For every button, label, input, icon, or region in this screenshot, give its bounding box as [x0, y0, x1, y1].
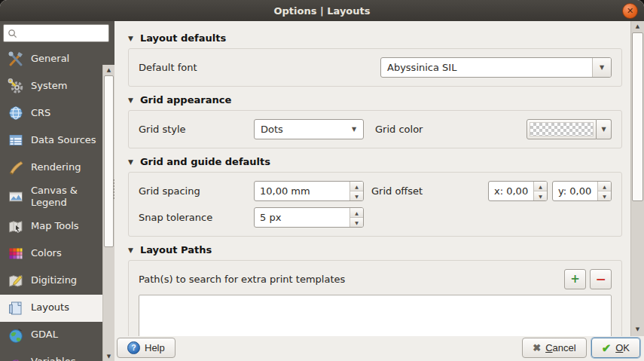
grid-color-label: Grid color	[375, 124, 423, 135]
sidebar-item-variables[interactable]: ε Variables	[0, 349, 103, 361]
sidebar-item-data-sources[interactable]: Data Sources	[0, 127, 103, 154]
grid-spacing-value: 10,00 mm	[255, 182, 349, 200]
help-icon: ?	[127, 341, 140, 354]
help-button[interactable]: ? Help	[117, 338, 175, 358]
snap-tolerance-value: 5 px	[255, 208, 349, 227]
sidebar-item-general[interactable]: General	[0, 45, 103, 72]
dialog-footer: ? Help ✖ Cancel ✔ OK	[114, 336, 644, 361]
picture-icon	[7, 188, 25, 206]
ok-button[interactable]: ✔ OK	[591, 338, 640, 358]
sidebar-item-map-tools[interactable]: Map Tools	[0, 213, 103, 240]
globe-grid-icon	[7, 104, 25, 122]
close-icon[interactable]: ✕	[622, 3, 638, 19]
sidebar-item-label: General	[31, 53, 69, 65]
spin-down-icon[interactable]: ▼	[598, 191, 611, 200]
main-scrollbar-thumb[interactable]	[632, 32, 643, 201]
main-panel: ▼ Layout defaults Default font Abyssinic…	[114, 21, 644, 336]
cancel-x-icon: ✖	[533, 342, 541, 353]
chevron-down-icon[interactable]: ▼	[597, 119, 612, 139]
map-cursor-icon	[7, 218, 25, 236]
grid-offset-y-spinbox[interactable]: y: 0,00 ▲ ▼	[552, 181, 612, 201]
epsilon-icon: ε	[7, 353, 25, 361]
spin-up-icon[interactable]: ▲	[534, 182, 547, 191]
grid-offset-x-spinbox[interactable]: x: 0,00 ▲ ▼	[488, 181, 548, 201]
sidebar-item-label: System	[31, 80, 67, 92]
sidebar-item-digitizing[interactable]: Digitizing	[0, 268, 103, 295]
sidebar-item-rendering[interactable]: Rendering	[0, 154, 103, 181]
search-box[interactable]	[3, 24, 109, 42]
sidebar-item-gdal[interactable]: GDAL	[0, 322, 103, 349]
section-layout-paths-header[interactable]: ▼ Layout Paths	[128, 244, 625, 255]
layout-defaults-group: Default font Abyssinica SIL ▼	[128, 48, 622, 87]
main-scrollbar[interactable]: ▲ ▼	[630, 21, 644, 336]
titlebar[interactable]: Options | Layouts ✕	[0, 0, 644, 22]
sidebar-item-label: Layouts	[31, 301, 69, 314]
sidebar-item-label: Variables	[31, 356, 75, 361]
scroll-up-icon[interactable]: ▲	[103, 65, 114, 75]
section-title: Grid appearance	[140, 94, 231, 106]
collapse-triangle-icon[interactable]: ▼	[128, 96, 133, 104]
grid-color-button[interactable]: ▼	[526, 119, 612, 139]
options-dialog: Options | Layouts ✕ General System	[0, 0, 644, 361]
color-swatches-icon	[7, 245, 25, 263]
paths-list[interactable]	[139, 295, 612, 336]
ok-button-label: OK	[615, 342, 630, 353]
scroll-down-icon[interactable]: ▼	[103, 351, 114, 361]
layout-paths-group: Path(s) to search for extra print templa…	[128, 260, 622, 336]
grid-spacing-spinbox[interactable]: 10,00 mm ▲ ▼	[254, 181, 364, 201]
table-icon	[7, 131, 25, 149]
remove-path-button[interactable]: −	[590, 269, 612, 289]
sidebar-item-label: Digitizing	[31, 274, 77, 286]
collapse-triangle-icon[interactable]: ▼	[128, 158, 133, 166]
spin-down-icon[interactable]: ▼	[350, 191, 363, 200]
spin-up-icon[interactable]: ▲	[350, 182, 363, 191]
scroll-down-icon[interactable]: ▼	[631, 324, 644, 335]
sidebar-item-colors[interactable]: Colors	[0, 240, 103, 268]
chevron-down-icon[interactable]: ▼	[345, 120, 363, 139]
grid-spacing-label: Grid spacing	[139, 185, 254, 197]
minus-icon: −	[595, 273, 606, 286]
collapse-triangle-icon[interactable]: ▼	[128, 35, 133, 42]
search-icon	[8, 29, 17, 38]
chevron-down-icon[interactable]: ▼	[592, 58, 611, 77]
sidebar-item-canvas-legend[interactable]: Canvas & Legend	[0, 181, 103, 213]
sidebar-item-label: Data Sources	[31, 134, 96, 146]
spin-down-icon[interactable]: ▼	[350, 218, 363, 227]
paintbrush-icon	[7, 158, 25, 176]
sidebar-item-crs[interactable]: CRS	[0, 99, 103, 127]
section-title: Layout Paths	[140, 244, 212, 255]
section-title: Layout defaults	[140, 32, 226, 44]
svg-text:ε: ε	[11, 355, 19, 361]
section-grid-appearance-header[interactable]: ▼ Grid appearance	[128, 94, 625, 106]
sidebar-scrollbar-thumb[interactable]	[104, 75, 114, 247]
sidebar-scrollbar[interactable]: ▲ ▼	[102, 65, 114, 361]
default-font-combobox[interactable]: Abyssinica SIL ▼	[380, 57, 612, 78]
map-pencil-icon	[7, 272, 25, 290]
page-layout-icon	[7, 299, 25, 317]
sidebar-item-system[interactable]: System	[0, 72, 103, 99]
section-layout-defaults-header[interactable]: ▼ Layout defaults	[128, 32, 625, 44]
grid-style-combobox[interactable]: Dots ▼	[254, 119, 364, 139]
scroll-up-icon[interactable]: ▲	[631, 21, 644, 32]
sidebar-item-label: Map Tools	[31, 220, 79, 232]
default-font-label: Default font	[139, 62, 197, 73]
sidebar-item-label: GDAL	[31, 329, 58, 341]
spin-down-icon[interactable]: ▼	[534, 191, 547, 200]
spin-up-icon[interactable]: ▲	[350, 208, 363, 218]
grid-offset-x-value: x: 0,00	[489, 182, 533, 200]
section-grid-guide-defaults-header[interactable]: ▼ Grid and guide defaults	[128, 156, 625, 167]
grid-color-swatch[interactable]	[526, 119, 597, 139]
check-icon: ✔	[602, 341, 612, 355]
tools-icon	[7, 50, 25, 68]
cancel-button[interactable]: ✖ Cancel	[522, 338, 586, 358]
section-title: Grid and guide defaults	[140, 156, 270, 167]
gear-wrench-icon	[7, 77, 25, 95]
grid-offset-y-value: y: 0,00	[553, 182, 597, 200]
snap-tolerance-spinbox[interactable]: 5 px ▲ ▼	[254, 207, 364, 228]
collapse-triangle-icon[interactable]: ▼	[128, 246, 133, 254]
earth-icon	[7, 326, 25, 344]
search-input[interactable]	[20, 27, 105, 39]
add-path-button[interactable]: +	[564, 269, 586, 289]
spin-up-icon[interactable]: ▲	[598, 182, 611, 191]
sidebar-item-layouts[interactable]: Layouts	[0, 295, 103, 322]
